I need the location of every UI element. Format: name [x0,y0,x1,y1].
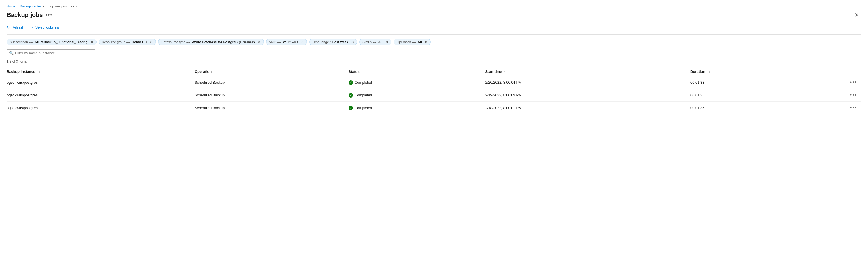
title-more-icon[interactable]: ••• [45,12,53,18]
cell-starttime-1: 2/19/2022, 8:00:09 PM [485,89,690,102]
filter-label-time-range: Time range : [312,40,331,44]
filter-tag-time-range[interactable]: Time range : Last week ✕ [309,38,357,46]
jobs-table: Backup instance ↑↓ Operation Status Star… [7,67,861,114]
sort-icon-starttime[interactable]: ↑↓ [504,70,507,74]
cell-duration-2: 00:01:35 [690,102,810,114]
search-box: 🔍 [7,49,95,57]
page-header: Backup jobs ••• ✕ [7,10,861,20]
cell-starttime-0: 2/20/2022, 8:00:04 PM [485,76,690,89]
row-more-button-1[interactable]: ••• [848,92,859,98]
filter-value-time-range: Last week [333,40,348,44]
filter-label-datasource-type: Datasource type == [161,40,190,44]
refresh-button[interactable]: ↻ Refresh [7,24,24,30]
sort-icon-duration[interactable]: ↑↓ [707,70,710,74]
refresh-label: Refresh [11,25,24,29]
filter-value-status: All [378,40,382,44]
page-title: Backup jobs [7,11,43,19]
filter-value-subscription: AzureBackup_Functional_Testing [34,40,87,44]
completed-icon-1: ✓ [348,93,353,97]
col-header-operation: Operation [195,67,348,76]
search-row: 🔍 [7,49,861,57]
filter-value-operation: All [418,40,422,44]
table-container: Backup instance ↑↓ Operation Status Star… [7,67,861,114]
cell-duration-0: 00:01:33 [690,76,810,89]
status-label-2: Completed [354,106,372,110]
table-row: pgsql-wus\postgres Scheduled Backup ✓ Co… [7,89,861,102]
filter-label-operation: Operation == [397,40,416,44]
col-header-instance: Backup instance ↑↓ [7,67,195,76]
select-columns-button[interactable]: → Select columns [30,24,60,30]
cell-status-1: ✓ Completed [348,89,485,102]
select-columns-label: Select columns [35,25,60,29]
cell-status-0: ✓ Completed [348,76,485,89]
filter-tag-status[interactable]: Status == All ✕ [359,38,392,46]
col-header-actions [810,67,861,76]
toolbar-divider [7,34,861,35]
cell-operation-1: Scheduled Backup [195,89,348,102]
filter-value-resource-group: Demo-RG [132,40,147,44]
col-header-status: Status [348,67,485,76]
breadcrumb: Home › Backup center › pgsql-wus\postgre… [7,4,861,8]
status-label-0: Completed [354,80,372,85]
breadcrumb-backup-center[interactable]: Backup center [20,4,41,8]
breadcrumb-current: pgsql-wus\postgres [45,4,74,8]
filter-label-vault: Vault == [269,40,281,44]
close-button[interactable]: ✕ [852,10,861,20]
toolbar: ↻ Refresh → Select columns [7,24,861,30]
filter-close-operation[interactable]: ✕ [425,40,428,44]
filter-label-subscription: Subscription == [10,40,33,44]
cell-instance-1: pgsql-wus\postgres [7,89,195,102]
row-more-button-2[interactable]: ••• [848,105,859,111]
filter-close-time-range[interactable]: ✕ [351,40,354,44]
breadcrumb-home[interactable]: Home [7,4,16,8]
cell-actions-2: ••• [810,102,861,114]
col-header-duration: Duration ↑↓ [690,67,810,76]
cell-instance-0: pgsql-wus\postgres [7,76,195,89]
filter-label-resource-group: Resource group == [102,40,130,44]
filter-value-vault: vault-wus [283,40,298,44]
cell-actions-0: ••• [810,76,861,89]
page-container: Home › Backup center › pgsql-wus\postgre… [0,0,868,119]
select-columns-icon: → [30,25,34,29]
filters-row: Subscription == AzureBackup_Functional_T… [7,38,861,46]
filter-close-subscription[interactable]: ✕ [90,40,93,44]
filter-label-status: Status == [362,40,376,44]
filter-close-resource-group[interactable]: ✕ [150,40,153,44]
cell-status-2: ✓ Completed [348,102,485,114]
completed-icon-0: ✓ [348,80,353,85]
cell-starttime-2: 2/18/2022, 8:00:01 PM [485,102,690,114]
col-header-starttime: Start time ↑↓ [485,67,690,76]
filter-close-status[interactable]: ✕ [385,40,389,44]
status-label-1: Completed [354,93,372,97]
filter-tag-datasource-type[interactable]: Datasource type == Azure Database for Po… [158,38,264,46]
sort-icon-instance[interactable]: ↑↓ [37,70,40,74]
table-row: pgsql-wus\postgres Scheduled Backup ✓ Co… [7,102,861,114]
cell-instance-2: pgsql-wus\postgres [7,102,195,114]
table-row: pgsql-wus\postgres Scheduled Backup ✓ Co… [7,76,861,89]
cell-duration-1: 00:01:35 [690,89,810,102]
completed-icon-2: ✓ [348,106,353,110]
search-icon: 🔍 [9,51,13,55]
filter-tag-resource-group[interactable]: Resource group == Demo-RG ✕ [99,38,156,46]
cell-operation-0: Scheduled Backup [195,76,348,89]
table-header-row: Backup instance ↑↓ Operation Status Star… [7,67,861,76]
item-count: 1-3 of 3 items [7,60,861,63]
filter-close-datasource-type[interactable]: ✕ [258,40,261,44]
filter-tag-subscription[interactable]: Subscription == AzureBackup_Functional_T… [7,38,96,46]
refresh-icon: ↻ [7,25,10,29]
filter-close-vault[interactable]: ✕ [301,40,304,44]
filter-tag-operation[interactable]: Operation == All ✕ [394,38,431,46]
filter-value-datasource-type: Azure Database for PostgreSQL servers [192,40,255,44]
search-input[interactable] [15,51,93,55]
cell-operation-2: Scheduled Backup [195,102,348,114]
filter-tag-vault[interactable]: Vault == vault-wus ✕ [266,38,307,46]
row-more-button-0[interactable]: ••• [848,79,859,86]
cell-actions-1: ••• [810,89,861,102]
